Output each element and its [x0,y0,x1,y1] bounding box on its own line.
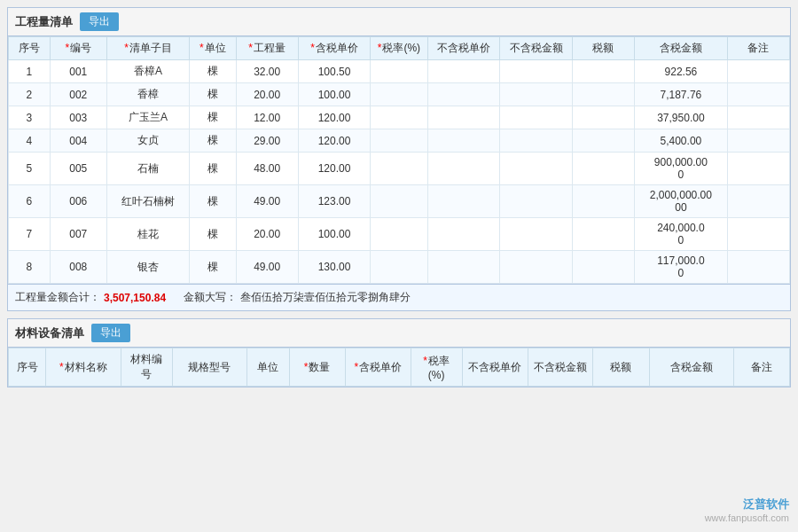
table-cell [427,83,500,106]
table-cell: 32.00 [236,60,298,83]
table-row[interactable]: 4004女贞棵29.00120.005,400.00 [9,129,790,153]
table-cell [371,251,427,284]
table-cell [727,83,789,106]
summary-label: 工程量金额合计： [15,290,100,305]
table-cell [427,106,500,129]
table-cell [427,153,500,185]
table-cell [500,153,573,185]
col-no: 序号 [9,37,51,60]
table-cell: 7 [9,218,51,251]
table-row[interactable]: 7007桂花棵20.00100.00240,000.0 0 [9,218,790,251]
table-cell: 棵 [190,185,237,218]
table-cell: 棵 [190,83,237,106]
table-cell: 3 [9,106,51,129]
section1-export-button[interactable]: 导出 [80,12,119,31]
table-cell: 120.00 [298,129,371,153]
table-row[interactable]: 6006红叶石楠树棵49.00123.002,000,000.00 00 [9,185,790,218]
s2-col-no: 序号 [9,348,46,387]
table-cell: 棵 [190,153,237,185]
col-code: *编号 [50,37,106,60]
col-remark: 备注 [727,37,789,60]
table-cell: 49.00 [236,251,298,284]
summary-value: 3,507,150.84 [104,292,166,304]
s2-col-code: 材料编号 [121,348,172,387]
table-cell [500,251,573,284]
table-cell: 120.00 [298,153,371,185]
table-cell: 银杏 [106,251,189,284]
table-cell [727,60,789,83]
section2-header-row: 序号 *材料名称 材料编号 规格型号 单位 *数量 *含税单价 *税率(%) 不… [9,348,790,387]
table-row[interactable]: 2002香樟棵20.00100.007,187.76 [9,83,790,106]
table-cell: 37,950.00 [634,106,727,129]
table-cell [371,185,427,218]
table-cell: 007 [50,218,106,251]
table-cell [572,153,634,185]
section2-export-button[interactable]: 导出 [91,324,130,342]
table-cell: 香樟A [106,60,189,83]
table-cell: 6 [9,185,51,218]
s2-col-tax-price: *含税单价 [345,348,411,387]
table-cell: 4 [9,129,51,153]
table-cell: 004 [50,129,106,153]
table-cell [371,83,427,106]
table-cell [500,83,573,106]
table-row[interactable]: 3003广玉兰A棵12.00120.0037,950.00 [9,106,790,129]
table-cell: 100.00 [298,218,371,251]
table-cell [572,60,634,83]
table-cell [727,218,789,251]
table-row[interactable]: 5005石楠棵48.00120.00900,000.00 0 [9,153,790,185]
table-cell [572,251,634,284]
col-unit: *单位 [190,37,237,60]
table-cell: 900,000.00 0 [634,153,727,185]
table-cell: 29.00 [236,129,298,153]
table-cell: 5 [9,153,51,185]
table-cell: 005 [50,153,106,185]
table-cell [371,218,427,251]
table-cell: 香樟 [106,83,189,106]
table-cell [427,129,500,153]
table-cell [572,83,634,106]
table-cell: 49.00 [236,185,298,218]
table-cell: 8 [9,251,51,284]
table-cell [371,129,427,153]
section1-title: 工程量清单 [15,14,73,30]
table-cell: 240,000.0 0 [634,218,727,251]
s2-col-name: *材料名称 [46,348,121,387]
s2-col-spec: 规格型号 [172,348,246,387]
section1-table: 序号 *编号 *清单子目 *单位 *工程量 *含税单价 *税率(%) 不含税单价… [8,36,790,284]
table-cell: 922.56 [634,60,727,83]
section2-table: 序号 *材料名称 材料编号 规格型号 单位 *数量 *含税单价 *税率(%) 不… [8,348,790,387]
table-cell [727,129,789,153]
table-cell: 001 [50,60,106,83]
table-cell: 女贞 [106,129,189,153]
table-cell: 桂花 [106,218,189,251]
table-cell: 003 [50,106,106,129]
table-cell [572,129,634,153]
table-cell [500,129,573,153]
section2-table-wrapper[interactable]: 序号 *材料名称 材料编号 规格型号 单位 *数量 *含税单价 *税率(%) 不… [8,348,790,387]
table-cell [427,251,500,284]
table-row[interactable]: 1001香樟A棵32.00100.50922.56 [9,60,790,83]
col-qty: *工程量 [236,37,298,60]
table-cell: 20.00 [236,83,298,106]
table-row[interactable]: 8008银杏棵49.00130.00117,000.0 0 [9,251,790,284]
big-amount-value: 叁佰伍拾万柒壹佰伍拾元零捌角肆分 [240,290,411,305]
engineering-quantity-section: 工程量清单 导出 序号 *编号 *清单子目 *单位 *工程量 *含税单价 *税率… [7,7,791,311]
s2-col-tax-rate: *税率(%) [411,348,462,387]
table-cell: 2 [9,83,51,106]
s2-col-notax-price: 不含税单价 [462,348,528,387]
table-cell [572,106,634,129]
big-amount-label: 金额大写： [184,290,237,305]
table-cell [427,60,500,83]
table-cell: 130.00 [298,251,371,284]
section1-table-wrapper[interactable]: 序号 *编号 *清单子目 *单位 *工程量 *含税单价 *税率(%) 不含税单价… [8,36,790,284]
table-cell: 石楠 [106,153,189,185]
table-cell [500,218,573,251]
section2-title: 材料设备清单 [15,325,84,341]
table-cell [572,218,634,251]
section1-header: 工程量清单 导出 [8,8,790,36]
table-cell: 棵 [190,106,237,129]
table-cell [427,218,500,251]
col-notax-price: 不含税单价 [427,37,500,60]
table-cell [500,185,573,218]
